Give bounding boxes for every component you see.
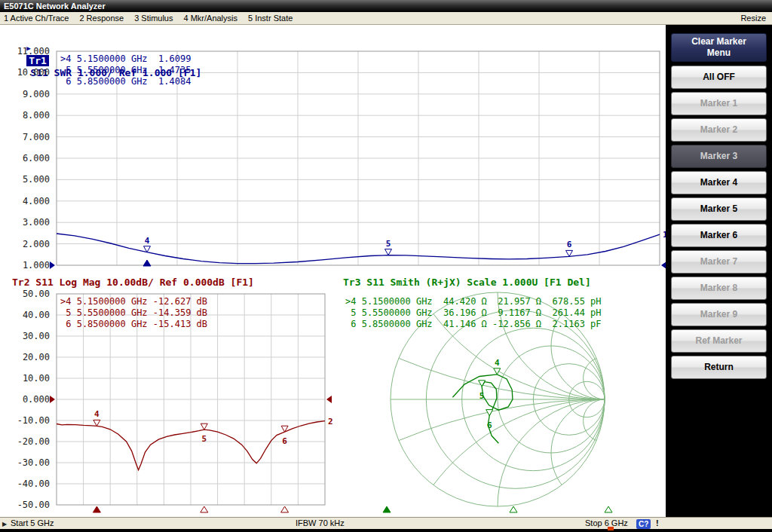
tr1-marker-label: 4 xyxy=(145,236,150,246)
softkey-menu-title-line1: Clear Marker xyxy=(672,36,766,47)
menu-items: 1 Active Ch/Trace2 Response3 Stimulus4 M… xyxy=(4,14,303,23)
tr1-stimulus-marker[interactable] xyxy=(143,260,151,266)
tr3-stimulus-marker[interactable] xyxy=(605,506,612,512)
ifbw-value: IFBW 70 kHz xyxy=(296,518,345,529)
tr2-stimulus-marker[interactable] xyxy=(281,506,289,512)
tr2-marker-5[interactable] xyxy=(201,423,207,430)
softkey-list: All OFFMarker 1Marker 2Marker 3Marker 4M… xyxy=(666,66,772,379)
tr1-marker-6[interactable] xyxy=(566,250,573,256)
smith-reactance-arc xyxy=(498,185,666,399)
sweep-indicator-icon: ▶ xyxy=(2,518,7,530)
stop-frequency: Stop 6 GHz xyxy=(585,518,628,529)
softkey-marker-4[interactable]: Marker 4 xyxy=(671,171,767,194)
smith-reactance-arc xyxy=(551,399,658,506)
tr2-marker-label: 5 xyxy=(201,434,207,444)
softkey-ref-marker: Ref Marker xyxy=(671,329,767,353)
menu-item-3[interactable]: 3 Stimulus xyxy=(134,12,173,24)
tr2-stimulus-marker[interactable] xyxy=(201,506,208,512)
smith-reactance-arc xyxy=(391,25,666,399)
plots-canvas: 14562456456 xyxy=(0,25,666,517)
tr2-ref-level-arrow-right xyxy=(326,396,332,403)
tr3-stimulus-marker[interactable] xyxy=(510,506,517,512)
menu-bar: 1 Active Ch/Trace2 Response3 Stimulus4 M… xyxy=(0,12,772,25)
smith-reactance-arc xyxy=(498,399,666,517)
tr1-marker-label: 5 xyxy=(386,239,391,249)
tr1-marker-label: 6 xyxy=(567,240,572,249)
softkey-return[interactable]: Return xyxy=(671,356,767,379)
red-indicator xyxy=(608,527,614,530)
smith-reactance-arc xyxy=(69,25,666,399)
title-bar[interactable]: E5071C Network Analyzer xyxy=(0,0,772,12)
start-frequency: Start 5 GHz xyxy=(11,518,54,529)
softkey-marker-2: Marker 2 xyxy=(671,118,767,142)
tr1-ref-level-arrow-left xyxy=(50,261,55,269)
smith-reactance-arc xyxy=(391,399,666,517)
correction-status-badge: C? xyxy=(636,519,651,529)
softkey-marker-7: Marker 7 xyxy=(671,250,767,274)
tr2-marker-label: 4 xyxy=(94,409,100,419)
tr2-ref-level-arrow-left xyxy=(50,396,55,403)
resize-button[interactable]: Resize xyxy=(740,12,766,24)
softkey-marker-3[interactable]: Marker 3 xyxy=(671,145,767,168)
softkey-menu-title: Clear Marker Menu xyxy=(671,33,767,62)
tr2-stimulus-marker[interactable] xyxy=(93,506,100,512)
menu-item-5[interactable]: 5 Instr State xyxy=(248,12,293,24)
softkey-marker-5[interactable]: Marker 5 xyxy=(671,197,767,221)
softkey-marker-6[interactable]: Marker 6 xyxy=(671,224,767,247)
smith-reactance-arc xyxy=(551,292,658,399)
menu-item-2[interactable]: 2 Response xyxy=(79,12,124,24)
softkey-menu-title-line2: Menu xyxy=(672,47,766,59)
tr2-marker-4[interactable] xyxy=(93,420,100,426)
tr3-stimulus-marker[interactable] xyxy=(383,506,391,512)
menu-item-1[interactable]: 1 Active Ch/Trace xyxy=(4,12,69,24)
alert-indicator: ! xyxy=(656,518,659,529)
status-bar: ▶ Start 5 GHz IFBW 70 kHz Stop 6 GHz C? … xyxy=(0,517,772,529)
softkey-marker-1: Marker 1 xyxy=(671,92,767,115)
softkey-marker-9: Marker 9 xyxy=(671,303,767,326)
softkey-sidebar: Clear Marker Menu All OFFMarker 1Marker … xyxy=(666,25,772,517)
tr2-marker-label: 6 xyxy=(282,436,287,446)
bottom-strip xyxy=(0,529,772,532)
tr3-marker-label: 6 xyxy=(487,420,492,430)
softkey-all-off[interactable]: All OFF xyxy=(671,66,767,89)
smith-reactance-arc xyxy=(69,399,666,517)
tr3-marker-label: 4 xyxy=(495,358,500,368)
tr2-trace-number: 2 xyxy=(328,417,333,427)
tr1-marker-5[interactable] xyxy=(385,249,392,255)
softkey-marker-8: Marker 8 xyxy=(671,277,767,300)
window-title: E5071C Network Analyzer xyxy=(4,2,106,11)
menu-item-4[interactable]: 4 Mkr/Analysis xyxy=(183,12,237,24)
tr3-marker-label: 5 xyxy=(479,391,485,401)
